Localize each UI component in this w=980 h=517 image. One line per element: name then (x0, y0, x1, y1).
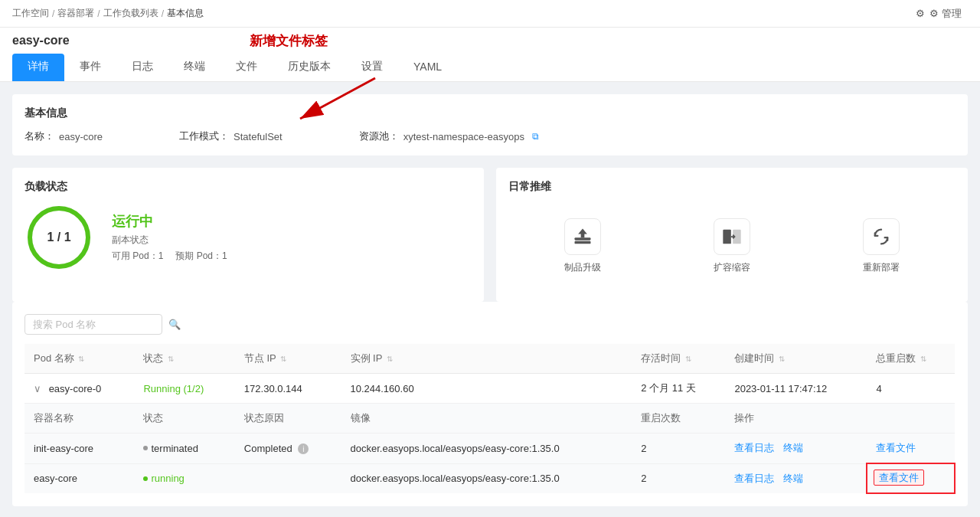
info-resource: 资源池： xytest-namespace-easyops ⧉ (359, 129, 539, 143)
view-log-link-1[interactable]: 查看日志 (734, 442, 774, 453)
breadcrumb-workspace[interactable]: 工作空间 (12, 7, 49, 20)
sub-table-row: init-easy-core terminated Completed i do… (24, 434, 955, 464)
th-created: 创建时间 ⇅ (725, 344, 867, 374)
container-reason-2 (235, 463, 341, 493)
tab-history[interactable]: 历史版本 (273, 54, 346, 81)
pod-instance-ip: 10.244.160.60 (341, 374, 632, 404)
pod-status: Running (1/2) (143, 383, 204, 394)
container-actions-1: 查看日志 终端 (725, 434, 867, 464)
breadcrumb: 工作空间 / 容器部署 / 工作负载列表 / 基本信息 (12, 7, 204, 20)
running-text-2: running (151, 473, 184, 484)
table-row: ∨ easy-core-0 Running (1/2) 172.30.0.144… (24, 374, 955, 404)
sub-table-row-highlighted: easy-core running docker.easyops.local/e… (24, 463, 955, 493)
workload-title: 负载状态 (24, 180, 472, 194)
sub-th-name: 容器名称 (24, 404, 134, 434)
sort-icon-instanceip[interactable]: ⇅ (387, 355, 393, 363)
tab-logs[interactable]: 日志 (116, 54, 168, 81)
sort-icon-uptime[interactable]: ⇅ (685, 355, 691, 363)
pod-status-cell: Running (1/2) (134, 374, 234, 404)
upgrade-icon-wrap (564, 218, 601, 255)
resource-label: 资源池： (359, 129, 399, 143)
container-name-1: init-easy-core (24, 434, 134, 464)
th-instance-ip: 实例 IP ⇅ (341, 344, 632, 374)
expand-icon[interactable]: ∨ (34, 383, 41, 394)
view-file-link-2[interactable]: 查看文件 (874, 470, 924, 486)
sort-icon-nodeip[interactable]: ⇅ (280, 355, 286, 363)
view-file-link-1[interactable]: 查看文件 (876, 442, 916, 453)
tab-yaml[interactable]: YAML (398, 54, 457, 80)
breadcrumb-workload[interactable]: 工作负载列表 (103, 7, 158, 20)
manage-button[interactable]: ⚙ ⚙ 管理 (910, 4, 968, 24)
maintenance-icons: 制品升级 扩容缩容 (508, 203, 956, 290)
maintenance-redeploy[interactable]: 重新部署 (863, 218, 900, 274)
container-status-1: terminated (134, 434, 234, 464)
status-info: 运行中 副本状态 可用 Pod：1 预期 Pod：1 (112, 212, 227, 263)
terminal-link-1[interactable]: 终端 (783, 442, 803, 453)
pod-search-input[interactable] (24, 314, 162, 335)
svg-rect-6 (723, 230, 731, 244)
sub-th-actions: 操作 (725, 404, 955, 434)
status-circle: 1 / 1 (24, 203, 93, 272)
workload-card: 负载状态 1 / 1 运行中 副本状态 可用 Pod：1 (12, 168, 484, 302)
maintenance-expand[interactable]: 扩容缩容 (714, 218, 750, 274)
svg-rect-5 (575, 241, 591, 244)
sort-icon-name[interactable]: ⇅ (78, 355, 84, 363)
container-name-2: easy-core (24, 463, 134, 493)
tab-events[interactable]: 事件 (64, 54, 116, 81)
circle-ratio: 1 / 1 (47, 231, 70, 244)
tab-files[interactable]: 文件 (220, 54, 273, 81)
sub-th-image: 镜像 (341, 404, 632, 434)
pod-name-cell: ∨ easy-core-0 (24, 374, 134, 404)
external-link-icon[interactable]: ⧉ (532, 131, 539, 142)
info-name: 名称： easy-core (24, 129, 103, 143)
sub-table-header-row: 容器名称 状态 状态原因 镜像 重启次数 操作 (24, 404, 955, 434)
tab-bar: 详情 事件 日志 终端 文件 历史版本 设置 YAML (12, 54, 968, 81)
table-header-row: Pod 名称 ⇅ 状态 ⇅ 节点 IP ⇅ 实例 IP ⇅ 存活时间 ⇅ 创建时… (24, 344, 955, 374)
terminated-text: terminated (151, 443, 198, 454)
status-section: 1 / 1 运行中 副本状态 可用 Pod：1 预期 Pod：1 (24, 203, 472, 272)
status-dot-grey (143, 446, 148, 450)
running-badge-2: running (143, 473, 225, 484)
search-bar: 🔍 (24, 314, 956, 335)
available-pods: 可用 Pod：1 (112, 250, 163, 263)
th-node-ip: 节点 IP ⇅ (235, 344, 341, 374)
container-reason-1: Completed i (235, 434, 341, 464)
breadcrumb-container[interactable]: 容器部署 (57, 7, 94, 20)
sub-th-status: 状态 (134, 404, 234, 434)
container-actions-2: 查看日志 终端 (725, 463, 867, 493)
mode-value: StatefulSet (234, 131, 283, 142)
sort-icon-created[interactable]: ⇅ (779, 355, 785, 363)
pod-uptime: 2 个月 11 天 (632, 374, 725, 404)
tab-detail[interactable]: 详情 (12, 54, 64, 81)
maintenance-card: 日常推维 制品升级 (496, 168, 968, 302)
pod-name: easy-core-0 (49, 383, 102, 394)
pod-restarts: 4 (867, 374, 955, 404)
info-mode: 工作模式： StatefulSet (179, 129, 283, 143)
search-icon[interactable]: 🔍 (168, 319, 181, 330)
redeploy-icon-wrap (863, 218, 900, 255)
upgrade-label: 制品升级 (564, 261, 601, 274)
app-header: easy-core 新增文件标签 详情 事件 日志 终端 文件 历史版本 设置 … (0, 28, 980, 82)
view-log-link-2[interactable]: 查看日志 (734, 473, 774, 484)
sort-icon-restarts[interactable]: ⇅ (920, 355, 926, 363)
replica-label: 副本状态 (112, 234, 227, 247)
container-image-1: docker.easyops.local/easyops/easy-core:1… (341, 434, 632, 464)
sort-icon-status[interactable]: ⇅ (168, 355, 174, 363)
pod-table: Pod 名称 ⇅ 状态 ⇅ 节点 IP ⇅ 实例 IP ⇅ 存活时间 ⇅ 创建时… (24, 344, 956, 494)
terminated-badge: terminated (143, 443, 225, 454)
container-restarts-2: 2 (632, 463, 725, 493)
container-image-2: docker.easyops.local/easyops/easy-core:1… (341, 463, 632, 493)
breadcrumb-current: 基本信息 (167, 7, 204, 20)
tab-terminal[interactable]: 终端 (168, 54, 220, 81)
tab-settings[interactable]: 设置 (346, 54, 398, 81)
redeploy-icon (871, 226, 892, 247)
info-icon[interactable]: i (298, 443, 309, 454)
terminal-link-2[interactable]: 终端 (783, 473, 803, 484)
sub-th-restarts: 重启次数 (632, 404, 725, 434)
pod-node-ip: 172.30.0.144 (235, 374, 341, 404)
view-file-cell-2: 查看文件 (867, 463, 955, 493)
running-status: 运行中 (112, 212, 227, 231)
maintenance-upgrade[interactable]: 制品升级 (564, 218, 601, 274)
maintenance-title: 日常推维 (508, 180, 956, 194)
th-status: 状态 ⇅ (134, 344, 234, 374)
